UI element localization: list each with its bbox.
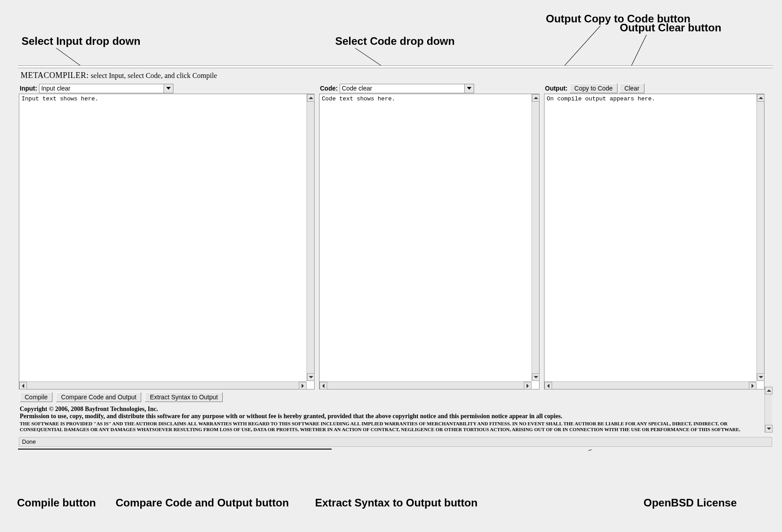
code-label: Code: <box>319 85 338 92</box>
scroll-down-icon[interactable] <box>532 373 540 381</box>
scroll-left-icon[interactable] <box>544 382 552 389</box>
scroll-right-icon[interactable] <box>299 382 307 389</box>
input-label: Input: <box>19 85 37 92</box>
anno-extract: Extract Syntax to Output button <box>315 497 478 509</box>
copy-to-code-button[interactable]: Copy to Code <box>570 83 618 93</box>
scroll-down-icon[interactable] <box>765 425 773 433</box>
anno-compile: Compile button <box>17 497 96 509</box>
vertical-scrollbar[interactable] <box>765 387 772 433</box>
clear-button[interactable]: Clear <box>619 83 644 93</box>
output-panel: Output: Copy to Code Clear On compile ou… <box>544 83 765 389</box>
copyright-block: Copyright © 2006, 2008 Bayfront Technolo… <box>18 403 773 421</box>
input-panel: Input: Input clear Input text shows here… <box>19 83 315 389</box>
scroll-up-icon[interactable] <box>307 94 315 102</box>
scroll-left-icon[interactable] <box>19 382 27 389</box>
input-select-value: Input clear <box>41 85 70 92</box>
app-name: METACOMPILER: <box>21 71 89 80</box>
scroll-down-icon[interactable] <box>307 373 315 381</box>
vertical-scrollbar[interactable] <box>531 94 539 381</box>
anno-select-code: Select Code drop down <box>335 35 455 48</box>
license-text: THE SOFTWARE IS PROVIDED "AS IS" AND THE… <box>18 421 766 433</box>
input-text: Input text shows here. <box>20 95 306 381</box>
input-header: Input: Input clear <box>19 83 315 94</box>
scroll-up-icon[interactable] <box>757 94 765 102</box>
copyright-line: Copyright © 2006, 2008 Bayfront Technolo… <box>20 406 771 413</box>
output-textarea[interactable]: On compile output appears here. <box>544 94 765 389</box>
horizontal-scrollbar[interactable] <box>19 381 307 389</box>
code-panel: Code: Code clear Code text shows here. <box>319 83 540 389</box>
compare-button[interactable]: Compare Code and Output <box>56 392 141 402</box>
code-header: Code: Code clear <box>319 83 540 94</box>
window-chrome-strip <box>18 65 773 68</box>
code-select[interactable]: Code clear <box>340 84 474 93</box>
permission-line: Permission to use, copy, modify, and dis… <box>20 413 771 420</box>
compile-button[interactable]: Compile <box>20 392 52 402</box>
title-bar: METACOMPILER: select Input, select Code,… <box>18 69 773 83</box>
scroll-down-icon[interactable] <box>757 373 765 381</box>
horizontal-scrollbar[interactable] <box>544 381 756 389</box>
code-text: Code text shows here. <box>320 95 531 381</box>
anno-select-input: Select Input drop down <box>22 35 140 48</box>
input-textarea[interactable]: Input text shows here. <box>19 94 315 389</box>
horizontal-scrollbar[interactable] <box>320 381 531 389</box>
vertical-scrollbar[interactable] <box>307 94 314 381</box>
output-text: On compile output appears here. <box>545 95 756 381</box>
action-buttons: Compile Compare Code and Output Extract … <box>18 389 773 403</box>
panels-row: Input: Input clear Input text shows here… <box>18 83 773 389</box>
app-window: METACOMPILER: select Input, select Code,… <box>18 65 773 450</box>
scroll-left-icon[interactable] <box>320 382 327 389</box>
vertical-scrollbar[interactable] <box>756 94 764 381</box>
output-header: Output: Copy to Code Clear <box>544 83 765 94</box>
chevron-down-icon[interactable] <box>464 84 474 93</box>
scroll-right-icon[interactable] <box>749 382 756 389</box>
scroll-up-icon[interactable] <box>765 387 773 394</box>
code-select-value: Code clear <box>342 85 372 92</box>
extract-button[interactable]: Extract Syntax to Output <box>145 392 223 402</box>
scroll-right-icon[interactable] <box>524 382 531 389</box>
chevron-down-icon[interactable] <box>164 84 173 93</box>
output-label: Output: <box>544 85 568 92</box>
input-select[interactable]: Input clear <box>39 84 173 93</box>
anno-output-clear: Output Clear button <box>620 22 722 34</box>
anno-compare: Compare Code and Output button <box>116 497 289 509</box>
separator <box>18 449 332 450</box>
code-textarea[interactable]: Code text shows here. <box>319 94 540 389</box>
status-bar: Done <box>19 437 772 447</box>
lower-section: Compile Compare Code and Output Extract … <box>18 389 773 433</box>
app-subtitle: select Input, select Code, and click Com… <box>91 72 217 79</box>
anno-license: OpenBSD License <box>644 497 737 509</box>
scroll-up-icon[interactable] <box>532 94 540 102</box>
